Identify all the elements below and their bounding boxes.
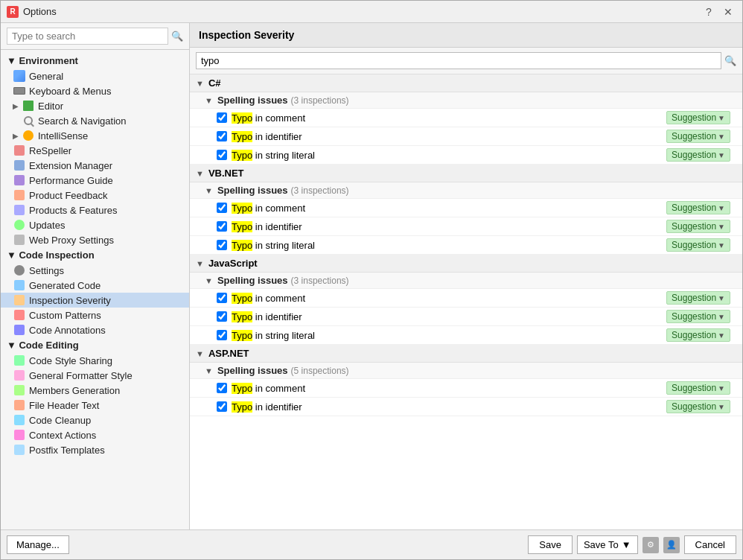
editor-icon (22, 100, 35, 112)
sidebar-item-postfix-templates[interactable]: Postfix Templates (1, 442, 189, 457)
sidebar-item-web-proxy[interactable]: Web Proxy Settings (1, 232, 189, 247)
checkbox-typo-comment-asp[interactable] (217, 383, 227, 393)
sidebar-item-inspection-severity[interactable]: Inspection Severity (1, 293, 189, 308)
checkbox-typo-identifier-cs[interactable] (217, 131, 227, 141)
checkbox-typo-string-vb[interactable] (217, 240, 227, 250)
sidebar-item-search-navigation[interactable]: Search & Navigation (1, 113, 189, 128)
close-button[interactable]: ✕ (720, 4, 736, 20)
checkbox-typo-comment-js[interactable] (217, 293, 227, 303)
sidebar-item-editor[interactable]: ▶ Editor (1, 98, 189, 113)
filter-input[interactable] (196, 52, 721, 69)
section-header-code-editing[interactable]: ▼ Code Editing (1, 337, 189, 353)
settings-gear-icon[interactable]: ⚙ (642, 537, 659, 553)
help-button[interactable]: ? (701, 4, 717, 20)
lang-header-vbnet[interactable]: ▼ VB.NET (190, 165, 742, 182)
checkbox-typo-identifier-js[interactable] (217, 311, 227, 322)
insp-text-typo-comment-cs: Typo in comment (232, 112, 666, 124)
severity-badge-typo-comment-cs[interactable]: Suggestion ▼ (666, 111, 730, 124)
manage-button[interactable]: Manage... (7, 535, 69, 554)
category-spelling-vbnet[interactable]: ▼ Spelling issues (3 inspections) (190, 182, 742, 199)
severity-badge-typo-comment-vb[interactable]: Suggestion ▼ (666, 201, 730, 214)
severity-badge-typo-identifier-vb[interactable]: Suggestion ▼ (666, 220, 730, 233)
sidebar-item-products-features[interactable]: Products & Features (1, 203, 189, 217)
inspection-typo-identifier-cs: Typo in identifier Suggestion ▼ (190, 127, 742, 146)
save-button[interactable]: Save (528, 535, 573, 554)
postfix-icon (13, 444, 26, 456)
bottom-right: Save Save To ▼ ⚙ 👤 Cancel (528, 535, 736, 554)
checkbox-typo-string-js[interactable] (217, 330, 227, 340)
severity-badge-typo-comment-asp[interactable]: Suggestion ▼ (666, 381, 730, 395)
sidebar-item-file-header[interactable]: File Header Text (1, 398, 189, 413)
sidebar-item-members-generation[interactable]: Members Generation (1, 383, 189, 398)
severity-arrow-icon: ▼ (718, 313, 725, 321)
titlebar-left: R Options (7, 6, 57, 18)
insp-text-typo-identifier-asp: Typo in identifier (232, 401, 666, 413)
section-code-editing: ▼ Code Editing Code Style Sharing Genera… (1, 337, 189, 457)
checkbox-typo-identifier-asp[interactable] (217, 401, 227, 412)
lang-header-aspnet[interactable]: ▼ ASP.NET (190, 345, 742, 363)
insp-text-typo-identifier-cs: Typo in identifier (232, 131, 666, 142)
severity-badge-typo-identifier-js[interactable]: Suggestion ▼ (666, 310, 730, 323)
sidebar-item-generated-code[interactable]: Generated Code (1, 278, 189, 293)
insp-text-typo-string-vb: Typo in string literal (232, 240, 666, 251)
cancel-button[interactable]: Cancel (684, 535, 736, 554)
severity-badge-typo-string-cs[interactable]: Suggestion ▼ (666, 148, 730, 162)
severity-badge-typo-identifier-cs[interactable]: Suggestion ▼ (666, 130, 730, 143)
category-spelling-js[interactable]: ▼ Spelling issues (3 inspections) (190, 273, 742, 289)
severity-badge-typo-comment-js[interactable]: Suggestion ▼ (666, 291, 730, 305)
sidebar-item-intellisense[interactable]: ▶ IntelliSense (1, 128, 189, 143)
checkbox-typo-comment-vb[interactable] (217, 203, 227, 213)
sidebar-tree: ▼ Environment General Keyboard & Menus ▶… (1, 50, 189, 529)
sidebar-item-custom-patterns[interactable]: Custom Patterns (1, 308, 189, 322)
severity-arrow-icon: ▼ (718, 294, 725, 302)
sidebar-item-respeller[interactable]: ReSpeller (1, 143, 189, 158)
panel-title: Inspection Severity (190, 23, 742, 48)
category-label-spelling-aspnet: Spelling issues (217, 365, 288, 376)
checkbox-typo-identifier-vb[interactable] (217, 221, 227, 232)
sidebar-item-extension-manager[interactable]: Extension Manager (1, 158, 189, 173)
annotations-icon (13, 324, 26, 336)
sidebar-item-general-formatter[interactable]: General Formatter Style (1, 368, 189, 383)
search-icon[interactable]: 🔍 (171, 31, 183, 42)
profile-icon[interactable]: 👤 (663, 537, 680, 553)
severity-badge-typo-identifier-asp[interactable]: Suggestion ▼ (666, 400, 730, 413)
checkbox-typo-comment-cs[interactable] (217, 112, 227, 123)
sidebar-item-performance[interactable]: Performance Guide (1, 173, 189, 188)
search-input[interactable] (7, 28, 168, 45)
expand-spelling-csharp-icon: ▼ (205, 96, 213, 105)
sidebar-item-settings[interactable]: Settings (1, 263, 189, 278)
members-icon (13, 384, 26, 396)
inspection-typo-identifier-js: Typo in identifier Suggestion ▼ (190, 308, 742, 326)
highlight-typo: Typo (232, 240, 252, 251)
inspection-typo-identifier-vb: Typo in identifier Suggestion ▼ (190, 217, 742, 236)
sidebar-item-updates[interactable]: Updates (1, 217, 189, 232)
filter-search-icon[interactable]: 🔍 (724, 55, 736, 66)
highlight-typo: Typo (232, 131, 252, 142)
category-spelling-csharp[interactable]: ▼ Spelling issues (3 inspections) (190, 92, 742, 109)
severity-arrow-icon: ▼ (718, 403, 725, 411)
highlight-typo: Typo (232, 150, 252, 161)
sidebar-item-code-style-sharing[interactable]: Code Style Sharing (1, 353, 189, 368)
settings-icon (13, 264, 26, 276)
category-spelling-aspnet[interactable]: ▼ Spelling issues (5 inspections) (190, 363, 742, 379)
sidebar-item-code-cleanup[interactable]: Code Cleanup (1, 413, 189, 427)
section-header-code-inspection[interactable]: ▼ Code Inspection (1, 247, 189, 263)
inspection-typo-comment-js: Typo in comment Suggestion ▼ (190, 289, 742, 308)
lang-header-javascript[interactable]: ▼ JavaScript (190, 255, 742, 273)
save-to-button[interactable]: Save To ▼ (577, 535, 638, 554)
lang-header-csharp[interactable]: ▼ C# (190, 74, 742, 92)
updates-icon (13, 219, 26, 231)
inspection-typo-comment-asp: Typo in comment Suggestion ▼ (190, 379, 742, 398)
insp-text-typo-string-cs: Typo in string literal (232, 150, 666, 161)
severity-badge-typo-string-vb[interactable]: Suggestion ▼ (666, 238, 730, 252)
app-icon: R (7, 6, 19, 18)
sidebar-item-code-annotations[interactable]: Code Annotations (1, 322, 189, 337)
section-header-environment[interactable]: ▼ Environment (1, 53, 189, 69)
checkbox-typo-string-cs[interactable] (217, 150, 227, 160)
sidebar-item-product-feedback[interactable]: Product Feedback (1, 188, 189, 203)
sidebar-item-general[interactable]: General (1, 69, 189, 83)
sidebar-item-context-actions[interactable]: Context Actions (1, 427, 189, 442)
sidebar-item-keyboard[interactable]: Keyboard & Menus (1, 83, 189, 98)
insp-text-typo-comment-js: Typo in comment (232, 293, 666, 304)
severity-badge-typo-string-js[interactable]: Suggestion ▼ (666, 328, 730, 342)
